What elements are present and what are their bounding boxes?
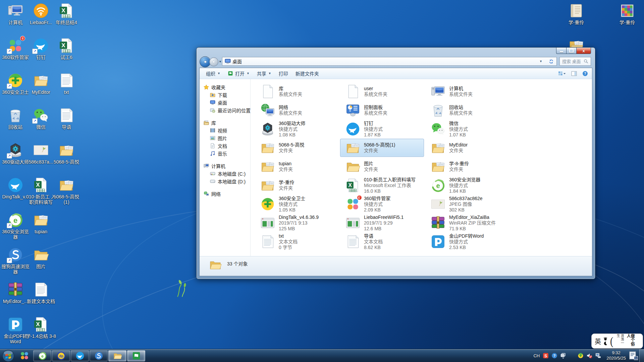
- file-tile-MyEditor[interactable]: MyEditor文件夹: [425, 139, 509, 157]
- toolbar-help-button[interactable]: ?: [582, 70, 588, 76]
- sidebar-item-文档[interactable]: 文档: [200, 142, 250, 149]
- close-button[interactable]: x: [577, 48, 591, 54]
- toolbar-button-共享[interactable]: 共享▼: [253, 69, 275, 78]
- desktop-icon-LiebaoFr...[interactable]: LiebaoFr...: [28, 3, 54, 25]
- taskbar-app-dp-app[interactable]: dp: [52, 350, 70, 361]
- taskbar-app-sogou-browser[interactable]: [90, 350, 108, 361]
- search-box[interactable]: [559, 57, 591, 66]
- taskbar-clock[interactable]: 9:32 2020/5/25: [606, 350, 626, 361]
- sidebar-group-header-库[interactable]: 库: [200, 119, 250, 126]
- file-tile-5068-5-高悦[interactable]: 5068-5-高悦文件夹: [255, 139, 339, 157]
- file-tile-微信[interactable]: 微信快捷方式1.07 KB: [425, 120, 509, 138]
- file-tile-回收站[interactable]: 回收站系统文件夹: [425, 101, 509, 119]
- tray-360-safe[interactable]: [578, 353, 584, 359]
- show-desktop-button[interactable]: [639, 349, 644, 362]
- address-bar[interactable]: 桌面 ▼: [222, 57, 546, 66]
- file-tile-金山PDF转Word[interactable]: 金山PDF转Word快捷方式2.53 KB: [425, 233, 509, 251]
- file-tile-360安全浏览器[interactable]: e360安全浏览器快捷方式1.84 KB: [425, 176, 509, 194]
- file-tile-导语[interactable]: 导语文本文档8.62 KB: [340, 233, 424, 251]
- desktop-icon-学-重伶[interactable]: 学-重伶: [564, 3, 589, 25]
- toolbar-preview-pane-button[interactable]: [571, 70, 577, 76]
- sidebar-item-本地磁盘 (D:)[interactable]: 本地磁盘 (D:): [200, 177, 250, 185]
- file-tile-360安全卫士[interactable]: 360安全卫士快捷方式1.05 KB: [255, 195, 339, 213]
- desktop-icon-导语[interactable]: 导语: [54, 107, 79, 130]
- ime-glyphs[interactable]: [603, 337, 607, 345]
- desktop-icon-新建文本文档[interactable]: 新建文本文档: [28, 282, 54, 304]
- sidebar-group-header-计算机[interactable]: 计算机: [200, 162, 250, 170]
- desktop-icon-试工6[interactable]: X试工6: [54, 38, 79, 60]
- desktop-icon-学-重伶[interactable]: 学-重伶: [614, 3, 640, 25]
- desktop-icon-钉钉[interactable]: ↗钉钉: [28, 38, 54, 60]
- desktop-icon-360安全卫士[interactable]: ↗360安全卫士: [3, 72, 28, 95]
- notification-doc-icon[interactable]: 1: [629, 351, 638, 360]
- desktop-icon-586c837a...[interactable]: 586c837a...: [28, 142, 54, 165]
- file-tile-360驱动大师[interactable]: 360驱动大师快捷方式1.08 KB: [255, 120, 339, 138]
- desktop-icon-txt[interactable]: txt: [54, 72, 79, 95]
- taskbar-quick-360-software-manager[interactable]: [19, 351, 30, 361]
- desktop-icon-5068-5-高悦 (1)[interactable]: 5068-5-高悦 (1): [54, 177, 79, 205]
- forward-button[interactable]: [209, 57, 218, 66]
- file-tile-tupian[interactable]: tupian文件夹: [255, 158, 339, 176]
- sidebar-item-桌面[interactable]: 桌面: [200, 99, 250, 106]
- desktop-icon-5068-5-高悦[interactable]: 5068-5-高悦: [54, 142, 79, 165]
- sidebar-group-header-网络[interactable]: 网络: [200, 190, 250, 197]
- toolbar-button-新建文件夹[interactable]: 新建文件夹: [292, 69, 323, 78]
- tray-sogou-ime[interactable]: S: [543, 353, 549, 359]
- ime-language-bar[interactable]: 英 ( 浪荡一生 做个俗人: [591, 334, 643, 349]
- file-tile-5068-5-高悦(1)[interactable]: 5068-5-高悦(1)文件夹: [340, 139, 424, 157]
- tray-network[interactable]: [595, 353, 601, 359]
- tray-hidden-icons[interactable]: [560, 353, 566, 359]
- file-tile-钉钉[interactable]: 钉钉快捷方式1.87 KB: [340, 120, 424, 138]
- desktop-icon-年终总结4[interactable]: X年终总结4: [54, 3, 79, 25]
- file-tile-库[interactable]: 库系统文件夹: [255, 82, 339, 101]
- sidebar-item-最近访问的位置[interactable]: 最近访问的位置: [200, 106, 250, 114]
- tray-help[interactable]: ?: [551, 353, 557, 359]
- file-tile-586c837ac862e[interactable]: 586c837ac862eJPEG 图像302 KB: [425, 195, 509, 213]
- desktop-icon-回收站[interactable]: 回收站: [3, 107, 28, 130]
- file-tile-010-新员工入职资料填写[interactable]: X010-新员工入职资料填写Microsoft Excel 工作表16.0 KB: [340, 176, 424, 194]
- sidebar-item-图片[interactable]: 图片: [200, 134, 250, 142]
- file-tile-计算机[interactable]: 计算机系统文件夹: [425, 82, 509, 101]
- file-tile-控制面板[interactable]: 控制面板系统文件夹: [340, 101, 424, 119]
- toolbar-button-打开[interactable]: 打开▼: [224, 69, 253, 78]
- desktop-icon-图片[interactable]: 图片: [28, 247, 54, 269]
- desktop-icon-搜狗高速浏览 器[interactable]: ↗搜狗高速浏览 器: [3, 247, 28, 275]
- tray-volume-muted[interactable]: [586, 353, 592, 359]
- sidebar-item-下载[interactable]: 下载: [200, 91, 250, 99]
- address-dropdown-icon[interactable]: ▼: [537, 60, 544, 63]
- file-tile-网络[interactable]: 网络系统文件夹: [255, 101, 339, 119]
- file-tile-MyEditor_XiaZaiBa[interactable]: MyEditor_XiaZaiBaWinRAR ZIP 压缩文件71.9 KB: [425, 214, 509, 232]
- file-tile-图片[interactable]: 图片文件夹: [340, 158, 424, 176]
- desktop-icon-tupian[interactable]: tupian: [28, 212, 54, 234]
- file-tile-LiebaoFreeWiFi5.1[interactable]: LiebaoFreeWiFi5.12019/7/1 9:2912.6 MB: [340, 214, 424, 232]
- desktop-icon-MyEditor_...[interactable]: MyEditor_...: [3, 282, 28, 304]
- maximize-button[interactable]: [566, 48, 577, 54]
- taskbar-app-360-browser[interactable]: e: [33, 350, 51, 361]
- desktop-icon-360软件管家[interactable]: ↗4360软件管家: [3, 38, 28, 60]
- desktop-icon-360安全浏览 器[interactable]: e↗360安全浏览 器: [3, 212, 28, 240]
- minimize-button[interactable]: [556, 48, 566, 54]
- refresh-button[interactable]: [546, 57, 557, 66]
- start-button[interactable]: [2, 350, 14, 362]
- file-tile-user[interactable]: user系统文件夹: [340, 82, 424, 101]
- desktop-icon-微信[interactable]: ↗微信: [28, 107, 54, 130]
- file-tile-学-8-重伶[interactable]: 学-8-重伶文件夹: [425, 158, 509, 176]
- desktop-icon-MyEditor[interactable]: MyEditor: [28, 72, 54, 95]
- toolbar-button-组织[interactable]: 组织▼: [202, 69, 224, 78]
- desktop-icon-360驱动大师[interactable]: ↗360驱动大师: [3, 142, 28, 165]
- desktop-icon-010-新员工 入职资料填写[interactable]: X010-新员工 入职资料填写: [28, 177, 54, 205]
- desktop-icon-学-1.4总结 3-8[interactable]: X学-1.4总结 3-8: [28, 316, 54, 339]
- toolbar-views-button[interactable]: [558, 70, 566, 76]
- search-input[interactable]: [561, 59, 584, 64]
- desktop-icon-计算机[interactable]: 计算机: [3, 3, 28, 25]
- desktop-icon-DingTalk_v...[interactable]: DingTalk_v...: [3, 177, 28, 199]
- sidebar-item-视频[interactable]: 视频: [200, 126, 250, 134]
- file-tile-学-重伶[interactable]: 学-重伶文件夹: [255, 176, 339, 194]
- sidebar-group-header-收藏夹[interactable]: 收藏夹: [200, 83, 250, 91]
- taskbar-app-wps[interactable]: [127, 350, 145, 361]
- file-tile-DingTalk_v4.6.36.9[interactable]: DingTalk_v4.6.36.92019/7/1 9:13125 MB: [255, 214, 339, 232]
- sidebar-item-音乐[interactable]: 音乐: [200, 149, 250, 157]
- taskbar-app-explorer[interactable]: [108, 350, 126, 361]
- language-indicator[interactable]: CH: [533, 353, 540, 358]
- toolbar-button-打印[interactable]: 打印: [275, 69, 292, 78]
